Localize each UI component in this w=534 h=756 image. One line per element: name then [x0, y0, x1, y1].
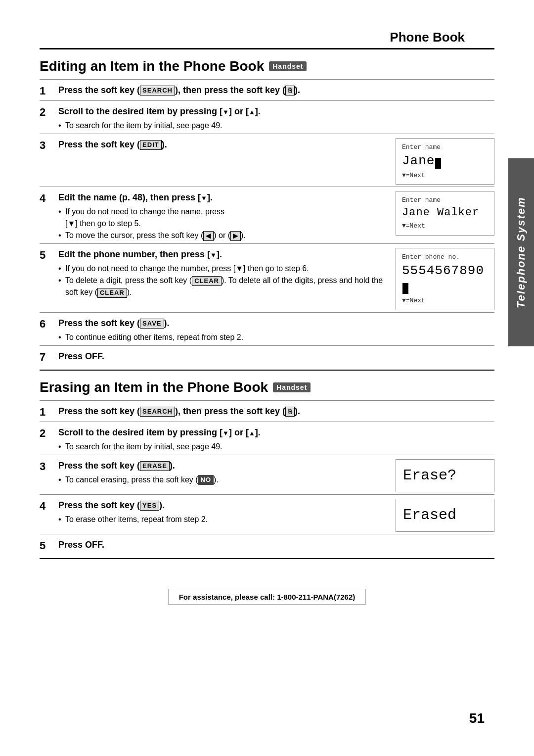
step-3-display-value: Jane [402, 153, 488, 169]
section-erasing: Erasing an Item in the Phone Book Handse… [40, 379, 494, 559]
erase-step-2: 2 Scroll to the desired item by pressing… [40, 422, 494, 455]
erase-step-1-content: Press the soft key (SEARCH), then press … [58, 405, 494, 420]
erase-step-3-bullet-1: To cancel erasing, press the soft key (N… [58, 474, 386, 486]
step-3-content: Press the soft key (EDIT). Enter name Ja… [58, 138, 494, 185]
step-4-display-footer: ▼=Next [402, 221, 488, 231]
step-4-display-label: Enter name [402, 195, 488, 205]
erase-step-3-left: Press the soft key (ERASE). To cancel er… [58, 459, 386, 486]
step-3-left: Press the soft key (EDIT). [58, 138, 386, 153]
step-4-left: Edit the name (p. 48), then press [▼]. I… [58, 191, 386, 241]
step-3: 3 Press the soft key (EDIT). Enter name … [40, 134, 494, 187]
section-divider-1 [40, 370, 494, 371]
erase-display-value-1: Erase? [403, 465, 456, 487]
step-2-bullet-1: To search for the item by initial, see p… [58, 120, 494, 132]
step-6-number: 6 [40, 317, 58, 331]
footer-section: For assistance, please call: 1-800-211-P… [40, 574, 494, 605]
step-5-content: Edit the phone number, then press [▼]. I… [58, 248, 494, 310]
step-5-text: Edit the phone number, then press [▼]. [58, 248, 386, 261]
step-1-text: Press the soft key (SEARCH), then press … [58, 84, 494, 97]
erase-step-2-number: 2 [40, 426, 58, 440]
step-2-number: 2 [40, 105, 58, 119]
side-tab: Telephone System [508, 158, 534, 346]
erase-step-2-bullet-1: To search for the item by initial, see p… [58, 441, 494, 453]
step-6-content: Press the soft key (SAVE). To continue e… [58, 317, 494, 343]
erase-step-4-left: Press the soft key (YES). To erase other… [58, 499, 386, 525]
step-6-bullet-1: To continue editing other items, repeat … [58, 331, 494, 343]
edit-key: EDIT [140, 140, 162, 150]
step-5-number: 5 [40, 248, 58, 262]
step-3-number: 3 [40, 138, 58, 152]
step-4-display-value: Jane Walker [402, 206, 488, 219]
step-7-text: Press OFF. [58, 350, 494, 363]
page-number: 51 [469, 710, 485, 726]
clear-key-2: CLEAR [97, 288, 127, 298]
step-2-text: Scroll to the desired item by pressing [… [58, 105, 494, 118]
erase-step-3-text: Press the soft key (ERASE). [58, 459, 386, 472]
phone-book-header: Phone Book [40, 30, 494, 49]
step-3-display: Enter name Jane ▼=Next [396, 138, 494, 185]
section-editing: Editing an Item in the Phone Book Handse… [40, 58, 494, 371]
save-key: SAVE [140, 319, 164, 329]
step-7: 7 Press OFF. [40, 345, 494, 367]
section-divider-2 [40, 558, 494, 559]
step-1: 1 Press the soft key (SEARCH), then pres… [40, 79, 494, 100]
step-5-display-footer: ▼=Next [402, 296, 488, 306]
no-key: NO [198, 475, 214, 485]
erase-step-5-text: Press OFF. [58, 538, 494, 552]
erase-step-3-number: 3 [40, 459, 58, 473]
step-5-left: Edit the phone number, then press [▼]. I… [58, 248, 386, 298]
step-5-bullet-1: If you do not need to change the number,… [58, 263, 386, 275]
cursor-3 [435, 158, 441, 169]
erase-step-5-number: 5 [40, 538, 58, 552]
erase-step-4: 4 Press the soft key (YES). To erase oth… [40, 494, 494, 534]
erase-step-4-content: Press the soft key (YES). To erase other… [58, 499, 494, 532]
step-5-bullet-2: To delete a digit, press the soft key (C… [58, 275, 386, 298]
step-7-content: Press OFF. [58, 350, 494, 365]
search-key-2: SEARCH [140, 407, 175, 417]
yes-key: YES [140, 501, 159, 511]
step-2-content: Scroll to the desired item by pressing [… [58, 105, 494, 132]
erase-display-value-2: Erased [403, 504, 456, 526]
step-6: 6 Press the soft key (SAVE). To continue… [40, 312, 494, 345]
step-4-bullet-2: To move the cursor, press the soft key (… [58, 230, 386, 241]
step-4-bullet-1: If you do not need to change the name, p… [58, 206, 386, 230]
erase-step-1: 1 Press the soft key (SEARCH), then pres… [40, 400, 494, 422]
erase-step-4-bullet-1: To erase other items, repeat from step 2… [58, 514, 386, 525]
step-4-text: Edit the name (p. 48), then press [▼]. [58, 191, 386, 204]
step-4-display: Enter name Jane Walker ▼=Next [396, 191, 494, 235]
handset-badge-1: Handset [269, 61, 307, 71]
step-4: 4 Edit the name (p. 48), then press [▼].… [40, 187, 494, 243]
left-key: ◀ [203, 231, 214, 241]
erase-step-2-text: Scroll to the desired item by pressing [… [58, 426, 494, 439]
cursor-5 [402, 283, 408, 294]
erase-step-1-number: 1 [40, 405, 58, 419]
erase-step-5: 5 Press OFF. [40, 534, 494, 555]
step-4-number: 4 [40, 191, 58, 205]
erase-step-3-display: Erase? [396, 459, 494, 492]
step-3-display-label: Enter name [402, 142, 488, 152]
step-2: 2 Scroll to the desired item by pressing… [40, 100, 494, 134]
step-6-text: Press the soft key (SAVE). [58, 317, 494, 330]
erase-step-4-number: 4 [40, 499, 58, 513]
footer-assistance: For assistance, please call: 1-800-211-P… [169, 589, 366, 605]
erase-step-3: 3 Press the soft key (ERASE). To cancel … [40, 455, 494, 494]
clear-key-1: CLEAR [192, 276, 222, 286]
handset-badge-2: Handset [273, 382, 311, 392]
right-key: ▶ [230, 231, 241, 241]
step-3-text: Press the soft key (EDIT). [58, 138, 386, 151]
erase-step-4-text: Press the soft key (YES). [58, 499, 386, 512]
phonebook-key-2: ⎘ [285, 407, 295, 417]
step-5-display: Enter phone no. 5554567890 ▼=Next [396, 248, 494, 310]
step-5: 5 Edit the phone number, then press [▼].… [40, 243, 494, 312]
step-1-number: 1 [40, 84, 58, 97]
erase-step-1-text: Press the soft key (SEARCH), then press … [58, 405, 494, 418]
erase-step-4-display: Erased [396, 499, 494, 532]
step-7-number: 7 [40, 350, 58, 364]
section2-title: Erasing an Item in the Phone Book Handse… [40, 379, 494, 395]
section1-title: Editing an Item in the Phone Book Handse… [40, 58, 494, 74]
step-5-display-label: Enter phone no. [402, 252, 488, 262]
page-container: Telephone System Phone Book Editing an I… [0, 0, 534, 756]
erase-step-3-content: Press the soft key (ERASE). To cancel er… [58, 459, 494, 492]
step-3-display-footer: ▼=Next [402, 171, 488, 181]
search-key: SEARCH [140, 86, 175, 95]
